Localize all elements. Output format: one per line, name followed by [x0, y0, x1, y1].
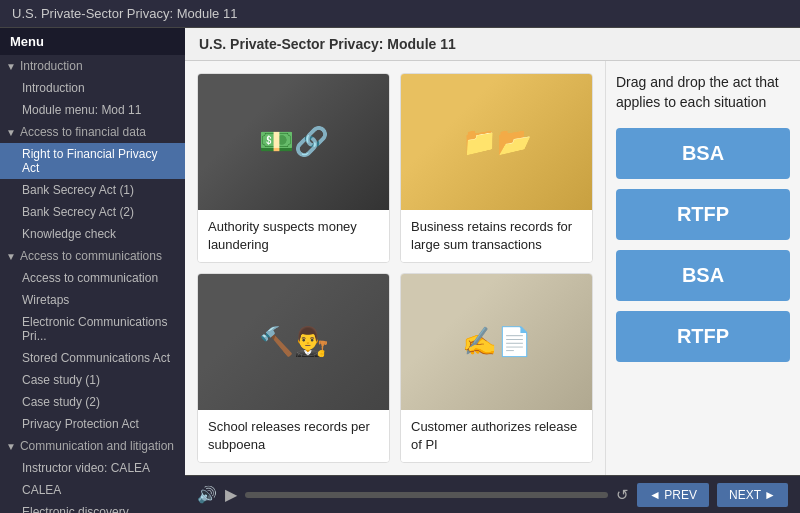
- chevron-down-icon: ▼: [6, 251, 16, 262]
- money-image: 💵🔗: [198, 74, 389, 210]
- scenario-label-s1: Authority suspects money laundering: [198, 210, 389, 262]
- scenario-label-s3: School releases records per subpoena: [198, 410, 389, 462]
- instruction-text: Drag and drop the act that applies to ea…: [616, 73, 790, 112]
- scenario-card-s3: 🔨👨‍⚖️ School releases records per subpoe…: [197, 273, 390, 463]
- sidebar-item-bank-secrecy-act-(2)[interactable]: Bank Secrecy Act (2): [0, 201, 185, 223]
- sidebar-title: Menu: [0, 28, 185, 55]
- right-panel: Drag and drop the act that applies to ea…: [605, 61, 800, 475]
- gavel-image: 🔨👨‍⚖️: [198, 274, 389, 410]
- sidebar-item-electronic-communications-pri.[interactable]: Electronic Communications Pri...: [0, 311, 185, 347]
- sidebar-section-access-to-communications[interactable]: ▼Access to communications: [0, 245, 185, 267]
- sidebar-item-wiretaps[interactable]: Wiretaps: [0, 289, 185, 311]
- sidebar[interactable]: Menu ▼IntroductionIntroductionModule men…: [0, 28, 185, 513]
- sidebar-item-knowledge-check[interactable]: Knowledge check: [0, 223, 185, 245]
- prev-button[interactable]: ◄ PREV: [637, 483, 709, 507]
- sidebar-item-calea[interactable]: CALEA: [0, 479, 185, 501]
- drop-button-1[interactable]: RTFP: [616, 189, 790, 240]
- sidebar-item-electronic-discovery[interactable]: Electronic discovery: [0, 501, 185, 513]
- main-layout: Menu ▼IntroductionIntroductionModule men…: [0, 28, 800, 513]
- sidebar-item-bank-secrecy-act-(1)[interactable]: Bank Secrecy Act (1): [0, 179, 185, 201]
- top-bar: U.S. Private-Sector Privacy: Module 11: [0, 0, 800, 28]
- drop-button-3[interactable]: RTFP: [616, 311, 790, 362]
- chevron-down-icon: ▼: [6, 441, 16, 452]
- content-area: U.S. Private-Sector Privacy: Module 11 💵…: [185, 28, 800, 513]
- sidebar-section-access-to-financial-data[interactable]: ▼Access to financial data: [0, 121, 185, 143]
- chevron-down-icon: ▼: [6, 61, 16, 72]
- signing-image: ✍️📄: [401, 274, 592, 410]
- sidebar-item-introduction[interactable]: Introduction: [0, 77, 185, 99]
- progress-bar[interactable]: [245, 492, 608, 498]
- sidebar-item-right-to-financial-privacy-act[interactable]: Right to Financial Privacy Act: [0, 143, 185, 179]
- sidebar-item-module-menu:-mod-11[interactable]: Module menu: Mod 11: [0, 99, 185, 121]
- scenario-label-s4: Customer authorizes release of PI: [401, 410, 592, 462]
- drop-button-0[interactable]: BSA: [616, 128, 790, 179]
- drag-drop-area: 💵🔗 Authority suspects money laundering 📁…: [185, 61, 605, 475]
- sidebar-item-case-study-(1)[interactable]: Case study (1): [0, 369, 185, 391]
- volume-icon[interactable]: 🔊: [197, 485, 217, 504]
- sidebar-item-privacy-protection-act[interactable]: Privacy Protection Act: [0, 413, 185, 435]
- content-header: U.S. Private-Sector Privacy: Module 11: [185, 28, 800, 61]
- scenario-card-s1: 💵🔗 Authority suspects money laundering: [197, 73, 390, 263]
- sidebar-item-stored-communications-act[interactable]: Stored Communications Act: [0, 347, 185, 369]
- scenario-image-s3: 🔨👨‍⚖️: [198, 274, 389, 410]
- sidebar-item-access-to-communication[interactable]: Access to communication: [0, 267, 185, 289]
- sidebar-section-communication-and-litigation[interactable]: ▼Communication and litigation: [0, 435, 185, 457]
- scenario-image-s1: 💵🔗: [198, 74, 389, 210]
- drop-button-2[interactable]: BSA: [616, 250, 790, 301]
- next-button[interactable]: NEXT ►: [717, 483, 788, 507]
- content-body: 💵🔗 Authority suspects money laundering 📁…: [185, 61, 800, 475]
- scenario-card-s2: 📁📂 Business retains records for large su…: [400, 73, 593, 263]
- module-title: U.S. Private-Sector Privacy: Module 11: [12, 6, 237, 21]
- replay-icon[interactable]: ↺: [616, 486, 629, 504]
- scenario-image-s2: 📁📂: [401, 74, 592, 210]
- scenario-card-s4: ✍️📄 Customer authorizes release of PI: [400, 273, 593, 463]
- scenario-label-s2: Business retains records for large sum t…: [401, 210, 592, 262]
- sidebar-item-instructor-video:-calea[interactable]: Instructor video: CALEA: [0, 457, 185, 479]
- sidebar-item-case-study-(2)[interactable]: Case study (2): [0, 391, 185, 413]
- bottom-bar: 🔊 ▶ ↺ ◄ PREV NEXT ►: [185, 475, 800, 513]
- play-icon[interactable]: ▶: [225, 485, 237, 504]
- scenario-image-s4: ✍️📄: [401, 274, 592, 410]
- folders-image: 📁📂: [401, 74, 592, 210]
- chevron-down-icon: ▼: [6, 127, 16, 138]
- sidebar-section-introduction[interactable]: ▼Introduction: [0, 55, 185, 77]
